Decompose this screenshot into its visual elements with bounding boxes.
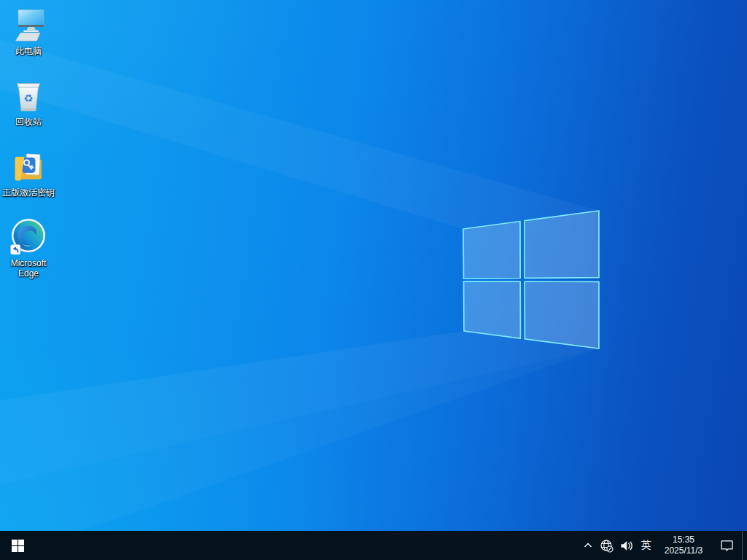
speaker-icon	[619, 539, 633, 553]
clock-date: 2025/11/3	[665, 545, 703, 556]
clock-time: 15:35	[673, 534, 694, 545]
network-status-button[interactable]	[597, 531, 616, 560]
taskbar: 英 15:35 2025/11/3	[0, 531, 747, 560]
system-tray: 英 15:35 2025/11/3	[579, 531, 747, 560]
action-center-button[interactable]	[711, 531, 742, 560]
windows-logo-icon	[12, 540, 24, 552]
desktop-icon-this-pc[interactable]: 此电脑	[1, 4, 56, 74]
show-desktop-button[interactable]	[742, 531, 747, 560]
action-center-icon	[719, 538, 735, 553]
recycle-bin-icon: ♻	[9, 77, 47, 114]
volume-button[interactable]	[616, 531, 636, 560]
hidden-icons-button[interactable]	[579, 531, 597, 560]
start-button[interactable]	[0, 531, 35, 560]
desktop-icon-activation-key-folder[interactable]: 正版激活密钥	[1, 145, 56, 216]
desktop-icon-label: 此电脑	[15, 46, 42, 56]
shortcut-arrow-overlay	[11, 245, 21, 255]
desktop-icon-microsoft-edge[interactable]: Microsoft Edge	[1, 216, 56, 287]
wallpaper-windows-logo	[0, 0, 747, 560]
ime-indicator[interactable]: 英	[636, 531, 656, 560]
desktop[interactable]: 此电脑 ♻ 回收站	[0, 0, 747, 560]
globe-offline-icon	[600, 539, 614, 553]
desktop-icon-column: 此电脑 ♻ 回收站	[1, 4, 56, 287]
taskbar-empty-area	[35, 531, 579, 560]
clock[interactable]: 15:35 2025/11/3	[656, 531, 711, 560]
key-folder-icon	[9, 147, 47, 185]
this-pc-icon	[9, 6, 47, 44]
desktop-icon-recycle-bin[interactable]: ♻ 回收站	[1, 74, 56, 145]
chevron-up-icon	[582, 540, 594, 551]
desktop-icon-label: Microsoft Edge	[1, 258, 56, 279]
desktop-icon-label: 正版激活密钥	[2, 187, 55, 198]
windows-logo-panes	[463, 211, 599, 349]
svg-text:♻: ♻	[23, 92, 33, 105]
desktop-icon-label: 回收站	[15, 117, 42, 127]
microsoft-edge-icon	[9, 218, 47, 256]
